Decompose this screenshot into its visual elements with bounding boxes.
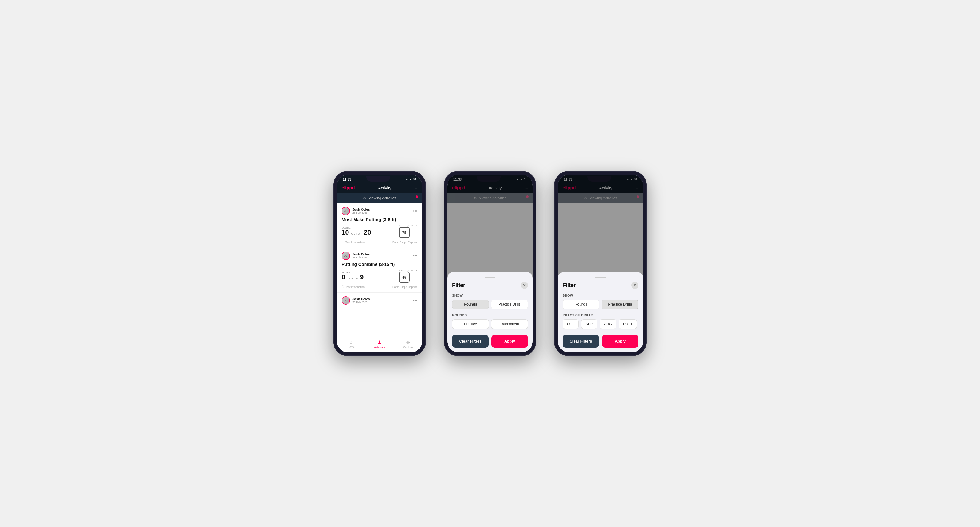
user-details-3: Josh Coles 28 Feb 2023 bbox=[352, 297, 370, 304]
card-footer-2: ⓘ Test Information Data: Clippd Capture bbox=[342, 285, 417, 289]
filter-close-2[interactable]: ✕ bbox=[521, 282, 528, 289]
logo-1: clippd bbox=[342, 185, 355, 191]
tab-activities-label-1: Activities bbox=[374, 346, 385, 349]
practice-drills-btn-2[interactable]: Practice Drills bbox=[491, 300, 528, 309]
tab-home-1[interactable]: ⌂ Home bbox=[337, 340, 365, 349]
quality-label-2: Shot Quality bbox=[399, 269, 417, 272]
data-source-2: Data: Clippd Capture bbox=[392, 286, 417, 289]
filter-footer-3: Clear Filters Apply bbox=[563, 335, 638, 348]
filter-header-2: Filter ✕ bbox=[452, 282, 528, 289]
quality-label-1: Shot Quality bbox=[399, 224, 417, 227]
filter-title-2: Filter bbox=[452, 282, 465, 289]
filter-title-3: Filter bbox=[563, 282, 576, 289]
user-info-2: JC Josh Coles 28 Feb 2023 bbox=[342, 252, 370, 260]
more-dots-2[interactable]: ••• bbox=[413, 253, 417, 258]
avatar-1: JC bbox=[342, 207, 350, 215]
viewing-bar-1[interactable]: ⚙ Viewing Activities bbox=[337, 193, 422, 203]
drills-label-3: Practice Drills bbox=[563, 313, 638, 317]
card-footer-1: ⓘ Test Information Data: Clippd Capture bbox=[342, 240, 417, 244]
more-dots-1[interactable]: ••• bbox=[413, 209, 417, 213]
practice-btn-2[interactable]: Practice bbox=[452, 319, 489, 329]
show-buttons-3: Rounds Practice Drills bbox=[563, 300, 638, 309]
phone-1: 11:33 ▲ ▲ 51 clippd Activity ≡ ⚙ Viewing… bbox=[333, 171, 426, 356]
battery-icon: 51 bbox=[413, 178, 416, 181]
show-label-3: Show bbox=[563, 294, 638, 297]
menu-icon-1[interactable]: ≡ bbox=[415, 185, 417, 191]
apply-btn-2[interactable]: Apply bbox=[492, 335, 528, 348]
avatar-2: JC bbox=[342, 252, 350, 260]
more-dots-3[interactable]: ••• bbox=[413, 298, 417, 303]
tab-capture-label-1: Capture bbox=[403, 346, 413, 349]
drills-buttons-3: OTT APP ARG PUTT bbox=[563, 319, 638, 329]
quality-badge-2: 45 bbox=[399, 272, 410, 283]
filter-show-section-3: Show Rounds Practice Drills bbox=[563, 294, 638, 309]
tab-activities-1[interactable]: ♟ Activities bbox=[365, 340, 393, 349]
phone-3: 11:33 ▲ ▲ 51 clippd Activity ≡ ⚙ Viewing… bbox=[554, 171, 647, 356]
avatar-inner-3: JC bbox=[342, 297, 349, 304]
shots-value-2: 9 bbox=[360, 274, 364, 281]
filter-overlay-3: Filter ✕ Show Rounds Practice Drills Pra… bbox=[558, 175, 643, 352]
clear-filters-btn-3[interactable]: Clear Filters bbox=[563, 335, 599, 348]
user-date-2: 28 Feb 2023 bbox=[352, 256, 370, 259]
tab-bar-1: ⌂ Home ♟ Activities ⊕ Capture bbox=[337, 337, 422, 352]
arg-btn-3[interactable]: ARG bbox=[600, 319, 616, 329]
filter-show-section-2: Show Rounds Practice Drills bbox=[452, 294, 528, 309]
user-date-1: 28 Feb 2023 bbox=[352, 211, 370, 214]
apply-btn-3[interactable]: Apply bbox=[602, 335, 638, 348]
tab-capture-1[interactable]: ⊕ Capture bbox=[394, 340, 422, 349]
stats-row-1: Score 10 OUT OF 20 Shot Quality 75 bbox=[342, 224, 417, 238]
phone-2: 11:33 ▲ ▲ 51 clippd Activity ≡ ⚙ Viewing… bbox=[444, 171, 536, 356]
info-icon-2: ⓘ bbox=[342, 285, 344, 289]
card-header-2: JC Josh Coles 28 Feb 2023 ••• bbox=[342, 252, 417, 260]
data-source-1: Data: Clippd Capture bbox=[392, 241, 417, 244]
viewing-label-1: Viewing Activities bbox=[369, 196, 396, 200]
filter-handle-3 bbox=[595, 277, 606, 278]
rounds-btn-2[interactable]: Rounds bbox=[452, 300, 489, 309]
clear-filters-btn-2[interactable]: Clear Filters bbox=[452, 335, 488, 348]
app-btn-3[interactable]: APP bbox=[581, 319, 597, 329]
user-details-1: Josh Coles 28 Feb 2023 bbox=[352, 208, 370, 214]
filter-overlay-2: Filter ✕ Show Rounds Practice Drills Rou… bbox=[447, 175, 533, 352]
notification-dot-1 bbox=[416, 195, 418, 198]
rounds-section-2: Rounds Practice Tournament bbox=[452, 313, 528, 329]
activity-card-2: JC Josh Coles 28 Feb 2023 ••• Putting Co… bbox=[337, 248, 422, 293]
test-info-2: ⓘ Test Information bbox=[342, 285, 364, 289]
out-of-2: OUT OF bbox=[348, 277, 358, 280]
nav-bar-1: clippd Activity ≡ bbox=[337, 183, 422, 193]
card-header-3: JC Josh Coles 28 Feb 2023 ••• bbox=[342, 296, 417, 305]
user-date-3: 28 Feb 2023 bbox=[352, 301, 370, 304]
user-name-1: Josh Coles bbox=[352, 208, 370, 211]
activity-title-1: Must Make Putting (3-6 ft) bbox=[342, 217, 417, 222]
capture-icon-1: ⊕ bbox=[406, 340, 410, 345]
avatar-inner-2: JC bbox=[342, 252, 349, 259]
rounds-btn-3[interactable]: Rounds bbox=[563, 300, 599, 309]
user-info-1: JC Josh Coles 28 Feb 2023 bbox=[342, 207, 370, 215]
tournament-btn-2[interactable]: Tournament bbox=[491, 319, 528, 329]
status-time-1: 11:33 bbox=[343, 178, 351, 181]
home-icon-1: ⌂ bbox=[350, 340, 353, 345]
filter-footer-2: Clear Filters Apply bbox=[452, 335, 528, 348]
score-stat-1: Score 10 OUT OF 20 bbox=[342, 227, 371, 236]
activity-card-1: JC Josh Coles 28 Feb 2023 ••• Must Make … bbox=[337, 203, 422, 248]
status-bar-1: 11:33 ▲ ▲ 51 bbox=[337, 175, 422, 183]
info-icon-1: ⓘ bbox=[342, 240, 344, 244]
notch-1 bbox=[366, 176, 390, 182]
tab-home-label-1: Home bbox=[348, 346, 355, 349]
quality-stat-1: Shot Quality 75 bbox=[399, 224, 417, 238]
user-info-3: JC Josh Coles 28 Feb 2023 bbox=[342, 296, 370, 305]
filter-sheet-2: Filter ✕ Show Rounds Practice Drills Rou… bbox=[447, 272, 533, 352]
ott-btn-3[interactable]: OTT bbox=[563, 319, 579, 329]
stats-row-2: Score 0 OUT OF 9 Shot Quality 45 bbox=[342, 269, 417, 283]
rounds-label-2: Rounds bbox=[452, 313, 528, 317]
quality-badge-1: 75 bbox=[399, 227, 410, 238]
activities-icon-1: ♟ bbox=[377, 340, 382, 345]
practice-drills-btn-3[interactable]: Practice Drills bbox=[602, 300, 638, 309]
filter-icon-1: ⚙ bbox=[363, 196, 366, 200]
putt-btn-3[interactable]: PUTT bbox=[619, 319, 637, 329]
filter-close-3[interactable]: ✕ bbox=[631, 282, 638, 289]
user-name-2: Josh Coles bbox=[352, 252, 370, 256]
activity-title-2: Putting Combine (3-15 ft) bbox=[342, 262, 417, 267]
show-buttons-2: Rounds Practice Drills bbox=[452, 300, 528, 309]
filter-sheet-3: Filter ✕ Show Rounds Practice Drills Pra… bbox=[558, 272, 643, 352]
scene: 11:33 ▲ ▲ 51 clippd Activity ≡ ⚙ Viewing… bbox=[315, 153, 665, 374]
